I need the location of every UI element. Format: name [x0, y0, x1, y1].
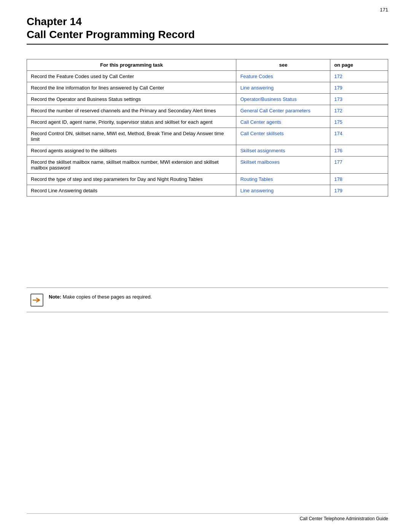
see-link[interactable]: Line answering [240, 188, 273, 193]
page-cell: 179 [330, 185, 388, 197]
page-cell: 172 [330, 105, 388, 117]
table-row: Record the line information for lines an… [27, 82, 388, 94]
see-cell[interactable]: Skillset assignments [236, 145, 330, 157]
task-cell: Record the number of reserved channels a… [27, 105, 236, 117]
see-cell[interactable]: Routing Tables [236, 174, 330, 185]
task-cell: Record the skillset mailbox name, skills… [27, 157, 236, 174]
page-number-value: 179 [334, 85, 342, 91]
chapter-underline [27, 44, 388, 45]
see-cell[interactable]: Operator/Business Status [236, 94, 330, 105]
task-cell: Record the line information for lines an… [27, 82, 236, 94]
page-number-value: 174 [334, 131, 342, 136]
see-link[interactable]: Skillset mailboxes [240, 159, 279, 165]
arrow-right-icon [33, 297, 41, 303]
chapter-title-line2: Call Center Programming Record [27, 28, 388, 41]
header-see: see [236, 59, 330, 71]
page-number-value: 173 [334, 96, 342, 102]
note-area: Note: Make copies of these pages as requ… [27, 288, 388, 312]
page-number-value: 178 [334, 176, 342, 182]
page-number-value: 176 [334, 148, 342, 153]
table-row: Record the Feature Codes used by Call Ce… [27, 71, 388, 82]
see-cell[interactable]: Call Center skillsets [236, 128, 330, 145]
see-link[interactable]: Call Center agents [240, 119, 281, 125]
page-container: 171 Chapter 14 Call Center Programming R… [0, 0, 411, 532]
header-task: For this programming task [27, 59, 236, 71]
task-cell: Record agents assigned to the skillsets [27, 145, 236, 157]
table-row: Record Control DN, skillset name, MWI ex… [27, 128, 388, 145]
page-cell: 172 [330, 71, 388, 82]
see-link[interactable]: Operator/Business Status [240, 96, 296, 102]
page-cell: 176 [330, 145, 388, 157]
footer-text: Call Center Telephone Administration Gui… [299, 516, 388, 521]
task-cell: Record Line Answering details [27, 185, 236, 197]
note-body: Make copies of these pages as required. [61, 294, 152, 300]
page-number-value: 172 [334, 73, 342, 79]
task-cell: Record Control DN, skillset name, MWI ex… [27, 128, 236, 145]
page-cell: 179 [330, 82, 388, 94]
table-row: Record the Operator and Business Status … [27, 94, 388, 105]
table-row: Record agents assigned to the skillsetsS… [27, 145, 388, 157]
see-cell[interactable]: Line answering [236, 82, 330, 94]
table-header-row: For this programming task see on page [27, 59, 388, 71]
page-number-value: 177 [334, 159, 342, 165]
content-table: For this programming task see on page Re… [27, 59, 388, 197]
task-cell: Record the type of step and step paramet… [27, 174, 236, 185]
see-link[interactable]: Skillset assignments [240, 148, 285, 153]
see-link[interactable]: Call Center skillsets [240, 131, 284, 136]
chapter-header: Chapter 14 Call Center Programming Recor… [27, 15, 388, 45]
page-number-value: 175 [334, 119, 342, 125]
see-cell[interactable]: Skillset mailboxes [236, 157, 330, 174]
note-arrow-icon [30, 294, 43, 307]
task-cell: Record the Operator and Business Status … [27, 94, 236, 105]
see-link[interactable]: General Call Center parameters [240, 108, 310, 113]
table-row: Record Line Answering detailsLine answer… [27, 185, 388, 197]
see-link[interactable]: Routing Tables [240, 176, 273, 182]
page-number: 171 [380, 7, 388, 13]
table-row: Record the type of step and step paramet… [27, 174, 388, 185]
task-cell: Record agent ID, agent name, Priority, s… [27, 117, 236, 128]
see-cell[interactable]: Line answering [236, 185, 330, 197]
see-link[interactable]: Feature Codes [240, 73, 273, 79]
page-cell: 174 [330, 128, 388, 145]
chapter-title-line1: Chapter 14 [27, 15, 388, 28]
main-table-area: For this programming task see on page Re… [27, 59, 388, 197]
page-cell: 175 [330, 117, 388, 128]
page-cell: 178 [330, 174, 388, 185]
task-cell: Record the Feature Codes used by Call Ce… [27, 71, 236, 82]
see-link[interactable]: Line answering [240, 85, 273, 91]
header-page: on page [330, 59, 388, 71]
page-number-value: 179 [334, 188, 342, 193]
table-row: Record agent ID, agent name, Priority, s… [27, 117, 388, 128]
page-cell: 177 [330, 157, 388, 174]
note-bold: Note: [49, 294, 61, 300]
footer: Call Center Telephone Administration Gui… [27, 513, 388, 521]
see-cell[interactable]: Feature Codes [236, 71, 330, 82]
see-cell[interactable]: General Call Center parameters [236, 105, 330, 117]
table-row: Record the number of reserved channels a… [27, 105, 388, 117]
see-cell[interactable]: Call Center agents [236, 117, 330, 128]
page-number-value: 172 [334, 108, 342, 113]
page-cell: 173 [330, 94, 388, 105]
table-row: Record the skillset mailbox name, skills… [27, 157, 388, 174]
note-text: Note: Make copies of these pages as requ… [49, 293, 152, 301]
